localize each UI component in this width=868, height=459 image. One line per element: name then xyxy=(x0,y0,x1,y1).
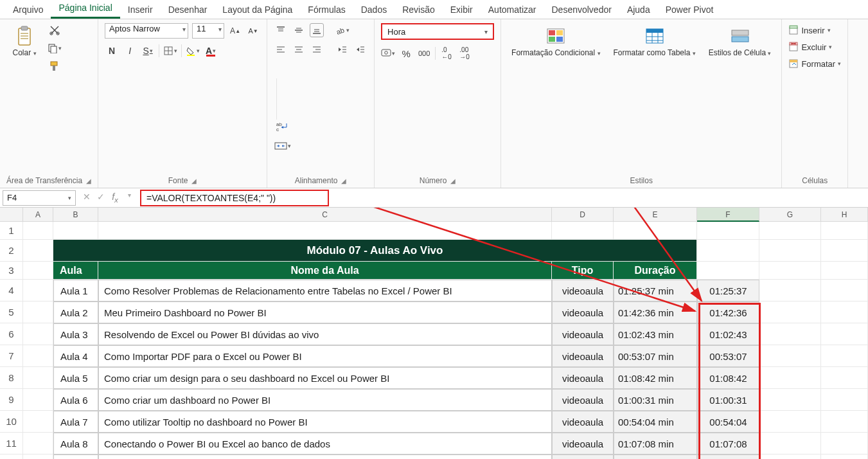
cell-aula[interactable]: Aula 8 xyxy=(53,433,98,455)
cell-nome[interactable]: Como Importar PDF para o Excel ou Power … xyxy=(98,345,552,367)
cell-dur[interactable]: 01:42:36 min xyxy=(614,302,697,323)
cell-nome[interactable]: Resolvendo de Excel ou Power BI dúvidas … xyxy=(98,323,552,345)
spreadsheet-grid[interactable]: A B C D E F G H 1 2 Módulo 07 - Aulas Ao… xyxy=(0,208,868,459)
menu-power-pivot[interactable]: Power Pivot xyxy=(658,1,722,19)
cell-time[interactable]: 00:54:04 xyxy=(697,411,759,433)
accounting-format-button[interactable] xyxy=(381,46,395,60)
clipboard-launcher-icon[interactable]: ◢ xyxy=(86,177,91,184)
cell-time[interactable]: 01:00:31 xyxy=(697,389,759,411)
cut-button[interactable] xyxy=(48,23,62,37)
cell-tipo[interactable]: videoaula xyxy=(552,433,614,455)
row-head-5[interactable]: 5 xyxy=(0,302,23,323)
cell-aula[interactable]: Aula 6 xyxy=(53,389,98,411)
font-name-select[interactable]: Aptos Narrow▾ xyxy=(105,23,188,39)
increase-font-button[interactable]: A▲ xyxy=(228,24,242,38)
cell-time[interactable]: 01:25:37 xyxy=(697,280,759,302)
format-painter-button[interactable] xyxy=(48,59,62,73)
cell-time[interactable]: 01:02:43 xyxy=(697,323,759,345)
row-head-7[interactable]: 7 xyxy=(0,345,23,367)
increase-indent-button[interactable] xyxy=(353,42,368,57)
formula-expand-icon[interactable]: ▾ xyxy=(123,192,135,204)
cell-dur[interactable]: 01:00:31 min xyxy=(614,389,697,411)
col-head-H[interactable]: H xyxy=(821,208,868,222)
align-top-button[interactable] xyxy=(274,23,288,37)
cell-styles-button[interactable]: Estilos de Célula ▾ xyxy=(705,23,775,60)
align-right-button[interactable] xyxy=(310,42,324,57)
col-head-A[interactable]: A xyxy=(23,208,53,222)
cell-time[interactable]: 01:42:36 xyxy=(697,302,759,323)
menu-desenhar[interactable]: Desenhar xyxy=(161,1,215,19)
copy-button[interactable] xyxy=(48,41,62,55)
col-head-B[interactable]: B xyxy=(53,208,98,222)
underline-button[interactable]: S xyxy=(141,44,155,58)
cell-tipo[interactable]: videoaula xyxy=(552,367,614,389)
menu-desenvolvedor[interactable]: Desenvolvedor xyxy=(544,1,619,19)
cell-dur[interactable]: 01:08:42 min xyxy=(614,367,697,389)
cell-dur[interactable]: 00:54:04 min xyxy=(614,411,697,433)
row-head-12[interactable]: 12 xyxy=(0,455,23,459)
fill-color-button[interactable] xyxy=(186,44,200,58)
cell-time[interactable]: 00:55:39 xyxy=(697,455,759,459)
decrease-decimal-button[interactable]: .00→0 xyxy=(457,46,472,60)
delete-button[interactable]: Excluir ▾ xyxy=(788,40,832,54)
format-button[interactable]: Formatar ▾ xyxy=(788,57,841,71)
cell-tipo[interactable]: videoaula xyxy=(552,389,614,411)
cell-time[interactable]: 01:08:42 xyxy=(697,367,759,389)
cell-aula[interactable]: Aula 2 xyxy=(53,302,98,323)
cell-aula[interactable]: Aula 4 xyxy=(53,345,98,367)
name-box[interactable]: F4▾ xyxy=(3,190,76,206)
row-head-9[interactable]: 9 xyxy=(0,389,23,411)
menu-dados[interactable]: Dados xyxy=(353,1,394,19)
cell-nome[interactable]: Como consumir dados de um banco de dados… xyxy=(98,455,552,459)
select-all-corner[interactable] xyxy=(0,208,23,222)
cell-nome[interactable]: Como criar um design para o seu dashboar… xyxy=(98,367,552,389)
italic-button[interactable]: I xyxy=(123,44,137,58)
number-format-select[interactable]: Hora ▾ xyxy=(381,23,494,40)
menu-exibir[interactable]: Exibir xyxy=(443,1,481,19)
conditional-formatting-button[interactable]: Formatação Condicional ▾ xyxy=(508,23,604,60)
alignment-launcher-icon[interactable]: ◢ xyxy=(341,177,346,184)
cell-tipo[interactable]: videoaula xyxy=(552,345,614,367)
bold-button[interactable]: N xyxy=(105,44,119,58)
cell-tipo[interactable]: videoaula xyxy=(552,455,614,459)
cell-aula[interactable]: Aula 5 xyxy=(53,367,98,389)
menu-pagina-inicial[interactable]: Página Inicial xyxy=(51,0,120,19)
font-size-select[interactable]: 11▾ xyxy=(192,23,224,39)
row-head-6[interactable]: 6 xyxy=(0,323,23,345)
row-head-2[interactable]: 2 xyxy=(0,240,23,262)
row-head-11[interactable]: 11 xyxy=(0,433,23,455)
menu-arquivo[interactable]: Arquivo xyxy=(5,1,51,19)
col-head-E[interactable]: E xyxy=(614,208,697,222)
increase-decimal-button[interactable]: .0←0 xyxy=(439,46,454,60)
align-center-button[interactable] xyxy=(292,42,306,57)
cell-dur[interactable]: 00:53:07 min xyxy=(614,345,697,367)
decrease-indent-button[interactable] xyxy=(335,42,350,57)
merge-button[interactable] xyxy=(274,139,292,153)
format-as-table-button[interactable]: Formatar como Tabela ▾ xyxy=(610,23,700,60)
menu-automatizar[interactable]: Automatizar xyxy=(481,1,544,19)
col-head-G[interactable]: G xyxy=(759,208,821,222)
enter-formula-button[interactable]: ✓ xyxy=(95,192,107,204)
align-left-button[interactable] xyxy=(274,42,288,57)
wrap-text-button[interactable]: abc xyxy=(274,120,292,134)
comma-button[interactable]: 000 xyxy=(417,46,431,60)
cell-time[interactable]: 01:07:08 xyxy=(697,433,759,455)
cell-tipo[interactable]: videoaula xyxy=(552,411,614,433)
cell-time[interactable]: 00:53:07 xyxy=(697,345,759,367)
col-head-D[interactable]: D xyxy=(552,208,614,222)
menu-layout[interactable]: Layout da Página xyxy=(215,1,300,19)
row-head-3[interactable]: 3 xyxy=(0,262,23,280)
decrease-font-button[interactable]: A▼ xyxy=(246,24,260,38)
menu-formulas[interactable]: Fórmulas xyxy=(300,1,353,19)
row-head-1[interactable]: 1 xyxy=(0,222,23,240)
col-head-F[interactable]: F xyxy=(697,208,759,222)
font-color-button[interactable]: A xyxy=(204,44,218,58)
cell-tipo[interactable]: videoaula xyxy=(552,323,614,345)
border-button[interactable] xyxy=(163,44,177,58)
cell-dur[interactable]: 00:55:39 min xyxy=(614,455,697,459)
number-launcher-icon[interactable]: ◢ xyxy=(450,177,456,184)
row-head-4[interactable]: 4 xyxy=(0,280,23,302)
cell-aula[interactable]: Aula 9 xyxy=(53,455,98,459)
cell-dur[interactable]: 01:07:08 min xyxy=(614,433,697,455)
cell-tipo[interactable]: videoaula xyxy=(552,280,614,302)
